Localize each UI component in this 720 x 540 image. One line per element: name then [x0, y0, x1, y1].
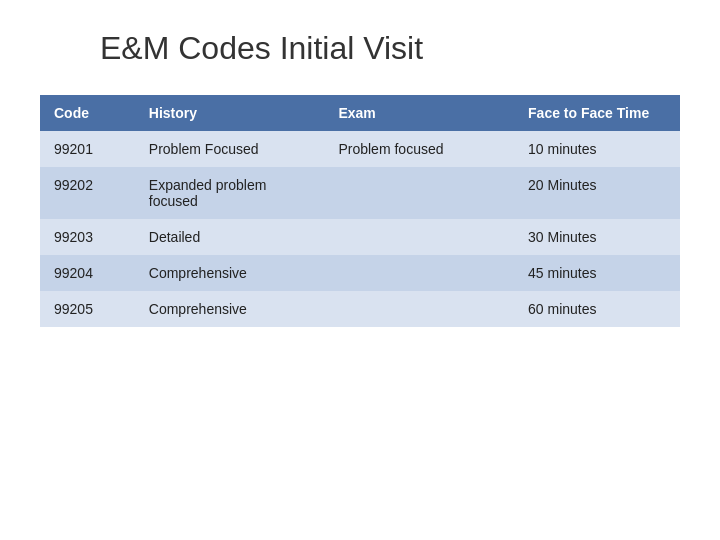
cell-code: 99202 [40, 167, 135, 219]
em-codes-table: Code History Exam Face to Face Time 9920… [40, 95, 680, 327]
header-code: Code [40, 95, 135, 131]
cell-exam [324, 291, 514, 327]
cell-history: Comprehensive [135, 255, 325, 291]
cell-exam [324, 255, 514, 291]
cell-code: 99204 [40, 255, 135, 291]
table-container: Code History Exam Face to Face Time 9920… [40, 95, 680, 327]
cell-code: 99201 [40, 131, 135, 167]
cell-time: 30 Minutes [514, 219, 680, 255]
cell-exam: Problem focused [324, 131, 514, 167]
cell-code: 99205 [40, 291, 135, 327]
header-history: History [135, 95, 325, 131]
cell-history: Problem Focused [135, 131, 325, 167]
cell-code: 99203 [40, 219, 135, 255]
table-row: 99202Expanded problem focused20 Minutes [40, 167, 680, 219]
cell-exam [324, 167, 514, 219]
cell-history: Expanded problem focused [135, 167, 325, 219]
cell-time: 20 Minutes [514, 167, 680, 219]
cell-exam [324, 219, 514, 255]
cell-time: 10 minutes [514, 131, 680, 167]
table-row: 99204Comprehensive45 minutes [40, 255, 680, 291]
cell-time: 45 minutes [514, 255, 680, 291]
table-row: 99201Problem FocusedProblem focused10 mi… [40, 131, 680, 167]
header-exam: Exam [324, 95, 514, 131]
table-header-row: Code History Exam Face to Face Time [40, 95, 680, 131]
table-row: 99205Comprehensive60 minutes [40, 291, 680, 327]
table-row: 99203Detailed30 Minutes [40, 219, 680, 255]
cell-time: 60 minutes [514, 291, 680, 327]
cell-history: Detailed [135, 219, 325, 255]
cell-history: Comprehensive [135, 291, 325, 327]
page-title: E&M Codes Initial Visit [100, 30, 423, 67]
header-time: Face to Face Time [514, 95, 680, 131]
